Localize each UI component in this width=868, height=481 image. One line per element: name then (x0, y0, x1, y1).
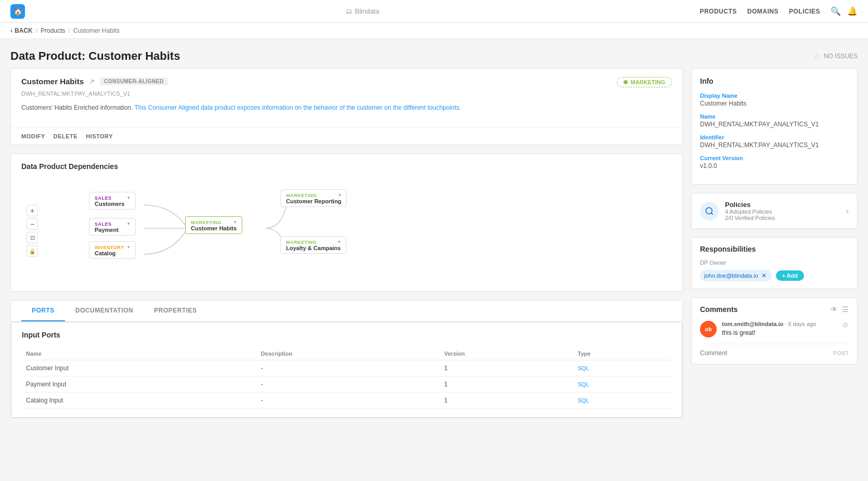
zoom-out-button[interactable]: − (27, 218, 38, 230)
chevron-right-icon: › (846, 206, 849, 216)
delete-button[interactable]: DELETE (54, 133, 77, 139)
policies-name: Policies (725, 201, 775, 209)
list-icon[interactable]: ☰ (842, 305, 849, 314)
comment-text: this is great! (722, 329, 837, 336)
info-value: DWH_RENTAL:MKT:PAY_ANALYTICS_V1 (700, 121, 849, 128)
port-version: 1 (440, 376, 574, 393)
port-name: Payment Input (22, 376, 257, 393)
col-version: Version (440, 347, 574, 360)
nav-right: PRODUCTS DOMAINS POLICIES 🔍 🔔 (699, 6, 858, 16)
info-row: Display Name Customer Habits (700, 93, 849, 107)
breadcrumb: ‹ BACK / Products / Customer Habits (0, 23, 868, 39)
info-row: Name DWH_RENTAL:MKT:PAY_ANALYTICS_V1 (700, 113, 849, 128)
settings-icon[interactable]: ⚙ (842, 321, 849, 337)
star-icon[interactable]: ☆ (813, 51, 821, 61)
col-type: Type (574, 347, 671, 360)
breadcrumb-current: Customer Habits (73, 27, 120, 34)
resp-owners: john.doe@blindata.io ✕ + Add (700, 270, 849, 281)
marketing-dot (624, 80, 628, 84)
bell-icon[interactable]: 🔔 (847, 6, 858, 16)
table-row: Payment Input - 1 SQL (22, 376, 671, 393)
consumer-badge: CONSUMER-ALIGNED (100, 77, 168, 85)
port-version: 1 (440, 360, 574, 376)
policies-info: Policies 4 Adopted Policies 2/0 Verified… (725, 201, 775, 221)
nav-products[interactable]: PRODUCTS (699, 8, 736, 15)
modify-button[interactable]: MODIFY (21, 133, 45, 139)
dp-top: Customer Habits ↗ CONSUMER-ALIGNED MARKE… (21, 77, 672, 87)
port-version: 1 (440, 393, 574, 409)
tabs-ports-wrapper: PORTS DOCUMENTATION PROPERTIES Input Por… (10, 300, 683, 418)
add-owner-button[interactable]: + Add (776, 270, 804, 281)
fit-button[interactable]: ⊡ (27, 232, 38, 243)
sidebar-right: Info Display Name Customer Habits Name D… (691, 68, 858, 418)
info-row: Current Version v1.0.0 (700, 155, 849, 170)
dependency-diagram: + − ⊡ 🔒 SALES▾ C (21, 179, 672, 283)
comment-meta: tom.smith@blindata.io · 6 days ago (722, 321, 837, 327)
node-sales-customers[interactable]: SALES▾ Customers (89, 192, 136, 210)
comment-body: tom.smith@blindata.io · 6 days ago this … (722, 321, 837, 337)
policies-left: Policies 4 Adopted Policies 2/0 Verified… (700, 201, 775, 221)
ports-card: Input Ports Name Description Version Typ… (11, 322, 682, 418)
comments-card: Comments 👁 ☰ ob tom.smith@blindata.io · … (691, 297, 858, 365)
owner-remove-button[interactable]: ✕ (761, 272, 767, 279)
info-fields: Display Name Customer Habits Name DWH_RE… (700, 93, 849, 170)
table-row: Catalog Input - 1 SQL (22, 393, 671, 409)
logo-icon[interactable]: 🏠 (10, 4, 25, 19)
dp-title: Customer Habits (21, 77, 84, 86)
policies-card[interactable]: Policies 4 Adopted Policies 2/0 Verified… (691, 193, 858, 229)
search-icon[interactable]: 🔍 (831, 6, 841, 16)
data-product-card: Customer Habits ↗ CONSUMER-ALIGNED MARKE… (10, 68, 683, 145)
node-marketing-customer-reporting[interactable]: MARKETING▾ Customer Reporting (280, 189, 347, 207)
col-description: Description (257, 347, 440, 360)
svg-point-0 (706, 207, 712, 214)
node-marketing-customer-habits[interactable]: MARKETING▾ Customer Habits (185, 216, 242, 234)
table-row: Customer Input - 1 SQL (22, 360, 671, 376)
port-type: SQL (574, 360, 671, 376)
history-button[interactable]: HISTORY (86, 133, 113, 139)
tab-documentation[interactable]: DOCUMENTATION (65, 301, 144, 321)
node-marketing-loyalty[interactable]: MARKETING▾ Loyalty & Campains (280, 236, 346, 254)
port-type: SQL (574, 393, 671, 409)
info-label: Name (700, 113, 849, 120)
responsibilities-card: Responsibilities DP Owner john.doe@blind… (691, 237, 858, 289)
marketing-badge: MARKETING (617, 77, 672, 87)
info-value: v1.0.0 (700, 162, 849, 170)
ports-title: Input Ports (22, 331, 671, 339)
comments-icons: 👁 ☰ (831, 305, 849, 314)
no-issues-badge: ☆ NO ISSUES (813, 51, 858, 61)
zoom-in-button[interactable]: + (27, 205, 38, 216)
owner-email: john.doe@blindata.io (704, 272, 758, 279)
tab-ports[interactable]: PORTS (21, 301, 65, 321)
breadcrumb-sep: / (36, 27, 37, 34)
policies-adopted: 4 Adopted Policies (725, 209, 775, 215)
port-type: SQL (574, 376, 671, 393)
info-label: Identifier (700, 134, 849, 140)
back-button[interactable]: ‹ BACK (10, 27, 33, 34)
dep-controls: + − ⊡ 🔒 (27, 205, 38, 257)
nav-policies[interactable]: POLICIES (789, 8, 820, 15)
breadcrumb-products[interactable]: Products (41, 27, 65, 34)
info-label: Current Version (700, 155, 849, 161)
visibility-off-icon[interactable]: 👁 (831, 305, 838, 314)
tab-properties[interactable]: PROPERTIES (144, 301, 207, 321)
port-description: - (257, 393, 440, 409)
dp-identifier: DWH_RENTAL:MKT:PAY_ANALYTICS_V1 (21, 90, 672, 97)
dependencies-title: Data Product Dependencies (21, 162, 672, 171)
node-sales-payment[interactable]: SALES▾ Payment (89, 218, 136, 236)
dp-actions: MODIFY DELETE HISTORY (11, 127, 682, 145)
info-value: DWH_RENTAL:MKT:PAY_ANALYTICS_V1 (700, 141, 849, 149)
nav-icons: 🔍 🔔 (831, 6, 858, 16)
node-inventory-catalog[interactable]: INVENTORY▾ Catalog (89, 241, 136, 259)
comments-title: Comments (700, 305, 737, 314)
nav-links: PRODUCTS DOMAINS POLICIES (699, 8, 820, 15)
page-header: Data Product: Customer Habits ☆ NO ISSUE… (0, 39, 868, 68)
page-title: Data Product: Customer Habits (10, 49, 180, 63)
lock-button[interactable]: 🔒 (27, 245, 38, 257)
comment-input[interactable] (700, 349, 833, 357)
export-icon[interactable]: ↗ (89, 77, 95, 85)
owner-chip: john.doe@blindata.io ✕ (700, 270, 772, 281)
policies-icon (700, 202, 719, 220)
dp-title-row: Customer Habits ↗ CONSUMER-ALIGNED (21, 77, 168, 86)
post-button[interactable]: POST (833, 350, 849, 356)
nav-domains[interactable]: DOMAINS (747, 8, 779, 15)
